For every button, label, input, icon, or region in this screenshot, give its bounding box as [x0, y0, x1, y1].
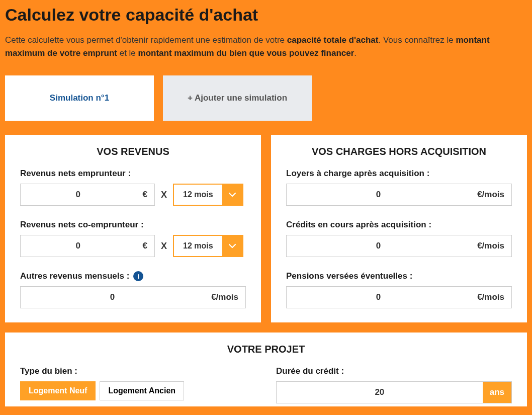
projet-card: VOTRE PROJET Type du bien : Logement Neu…: [5, 333, 527, 406]
col-duree-credit: Durée du crédit : ans: [276, 366, 512, 403]
chevron-down-icon: [222, 236, 242, 256]
unit-euro-mois: €/mois: [204, 287, 245, 308]
input-autres-revenus[interactable]: [21, 287, 204, 308]
input-revenus-co-emprunteur-wrap: €: [20, 235, 155, 257]
input-autres-revenus-wrap: €/mois: [20, 286, 246, 308]
intro-part: .: [354, 48, 357, 58]
revenus-title: VOS REVENUS: [20, 146, 246, 157]
input-duree-credit-wrap: ans: [276, 381, 512, 403]
simulation-tabs: Simulation n°1 + Ajouter une simulation: [5, 75, 527, 121]
field-revenus-emprunteur: Revenus nets emprunteur : € X 12 mois: [20, 169, 246, 206]
unit-euro-mois: €/mois: [470, 184, 511, 205]
col-type-bien: Type du bien : Logement Neuf Logement An…: [20, 366, 256, 403]
page-title: Calculez votre capacité d'achat: [5, 5, 527, 25]
select-period-co-emprunteur[interactable]: 12 mois: [173, 235, 243, 257]
toggle-type-bien: Logement Neuf Logement Ancien: [20, 381, 256, 400]
label-autres-revenus-text: Autres revenus mensuels :: [20, 271, 129, 281]
toggle-logement-neuf[interactable]: Logement Neuf: [20, 381, 96, 400]
unit-euro: €: [136, 235, 154, 257]
unit-euro-mois: €/mois: [470, 287, 511, 308]
select-period-emprunteur[interactable]: 12 mois: [173, 184, 243, 206]
input-loyers[interactable]: [287, 184, 470, 205]
label-pensions: Pensions versées éventuelles :: [286, 271, 512, 281]
tab-simulation-1[interactable]: Simulation n°1: [5, 75, 154, 121]
multiply-sign: X: [161, 190, 167, 200]
label-autres-revenus: Autres revenus mensuels : i: [20, 271, 246, 281]
intro-bold: montant maximum du bien que vous pouvez …: [138, 48, 354, 58]
field-credits: Crédits en cours après acquisition : €/m…: [286, 220, 512, 257]
input-credits-wrap: €/mois: [286, 235, 512, 257]
select-period-value: 12 mois: [174, 236, 222, 256]
input-loyers-wrap: €/mois: [286, 184, 512, 206]
tab-add-simulation[interactable]: + Ajouter une simulation: [163, 75, 312, 121]
intro-part: Cette calculette vous permet d'obtenir r…: [5, 35, 287, 45]
intro-part: et le: [117, 48, 138, 58]
label-duree-credit: Durée du crédit :: [276, 366, 512, 376]
toggle-logement-ancien[interactable]: Logement Ancien: [100, 381, 184, 400]
select-period-value: 12 mois: [174, 185, 222, 205]
intro-part: . Vous connaîtrez le: [378, 35, 456, 45]
projet-title: VOTRE PROJET: [20, 344, 512, 355]
intro-bold: capacité totale d'achat: [287, 35, 379, 45]
charges-card: VOS CHARGES HORS ACQUISITION Loyers à ch…: [271, 135, 527, 322]
input-duree-credit[interactable]: [277, 382, 483, 403]
input-revenus-co-emprunteur[interactable]: [21, 235, 136, 257]
field-loyers: Loyers à charge après acquisition : €/mo…: [286, 169, 512, 206]
input-pensions[interactable]: [287, 287, 470, 308]
label-revenus-emprunteur: Revenus nets emprunteur :: [20, 169, 246, 179]
field-revenus-co-emprunteur: Revenus nets co-emprunteur : € X 12 mois: [20, 220, 246, 257]
unit-ans: ans: [483, 382, 511, 403]
label-credits: Crédits en cours après acquisition :: [286, 220, 512, 230]
charges-title: VOS CHARGES HORS ACQUISITION: [286, 146, 512, 157]
unit-euro-mois: €/mois: [470, 235, 511, 257]
chevron-down-icon: [222, 185, 242, 205]
label-type-bien: Type du bien :: [20, 366, 256, 376]
input-revenus-emprunteur[interactable]: [21, 184, 136, 205]
revenus-card: VOS REVENUS Revenus nets emprunteur : € …: [5, 135, 261, 322]
info-icon[interactable]: i: [133, 271, 143, 281]
field-autres-revenus: Autres revenus mensuels : i €/mois: [20, 271, 246, 308]
intro-text: Cette calculette vous permet d'obtenir r…: [5, 34, 523, 59]
unit-euro: €: [136, 184, 154, 205]
multiply-sign: X: [161, 241, 167, 252]
label-loyers: Loyers à charge après acquisition :: [286, 169, 512, 179]
input-credits[interactable]: [287, 235, 470, 257]
input-pensions-wrap: €/mois: [286, 286, 512, 308]
input-revenus-emprunteur-wrap: €: [20, 184, 155, 206]
field-pensions: Pensions versées éventuelles : €/mois: [286, 271, 512, 308]
label-revenus-co-emprunteur: Revenus nets co-emprunteur :: [20, 220, 246, 230]
